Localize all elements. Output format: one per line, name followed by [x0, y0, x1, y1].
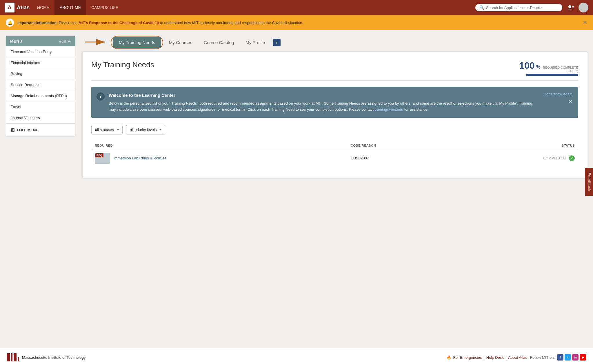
info-box: i Welcome to the Learning Center Below i… — [91, 87, 578, 118]
svg-rect-5 — [572, 9, 574, 9]
banner-bell-icon: 🔔 — [6, 19, 14, 27]
about-atlas-link[interactable]: About Atlas — [508, 355, 527, 360]
search-bar[interactable]: 🔍 — [475, 4, 562, 11]
svg-rect-2 — [568, 10, 572, 10]
mit-logo — [7, 353, 19, 361]
col-code: CODE/REASON — [347, 141, 452, 150]
nav-about-me[interactable]: ABOUT ME — [54, 0, 86, 15]
training-table: REQUIRED CODE/REASON STATUS REQ — [91, 141, 578, 167]
search-input[interactable] — [486, 6, 558, 10]
help-desk-link[interactable]: Help Desk — [486, 355, 504, 360]
course-cell: REQ Immersion Lab Rules & Policies — [91, 150, 347, 167]
edit-link[interactable]: edit ✏ — [59, 39, 71, 43]
facebook-icon[interactable]: f — [557, 354, 563, 361]
announcement-banner: 🔔 Important information: Please see MIT'… — [0, 15, 593, 30]
nav-links: HOME ABOUT ME CAMPUS LIFE — [32, 0, 123, 15]
info-body-end: for assistance. — [403, 107, 428, 112]
progress-sub-label: (2 OF 2) — [543, 69, 578, 73]
logo-area[interactable]: A Atlas — [5, 3, 30, 12]
twitter-icon[interactable]: t — [565, 354, 571, 361]
footer: Massachusetts Institute of Technology 🔥 … — [0, 348, 593, 364]
tab-course-catalog[interactable]: Course Catalog — [198, 37, 240, 48]
main-panel: My Training Needs 100% REQUIRED COMPLETE… — [82, 51, 587, 179]
status-filter[interactable]: all statuses — [91, 125, 123, 134]
course-title: Immersion Lab Rules & Policies — [113, 156, 167, 160]
sidebar-item-manage-reimbursements[interactable]: Manage Reimbursements (RFPs) — [6, 90, 75, 101]
sidebar-item-travel[interactable]: Travel — [6, 101, 75, 112]
sidebar-item-time-vacation[interactable]: Time and Vacation Entry — [6, 46, 75, 57]
banner-text: Important information: Please see MIT's … — [17, 21, 579, 25]
progress-percentage: 100 — [519, 60, 534, 71]
nav-home[interactable]: HOME — [32, 0, 54, 15]
person-list-icon — [567, 4, 574, 11]
progress-bar-wrapper — [526, 74, 578, 76]
col-status: STATUS — [452, 141, 578, 150]
footer-right: 🔥 For Emergencies | Help Desk | About At… — [447, 354, 586, 361]
grid-icon: ⊞ — [11, 127, 14, 133]
page-header: My Training Needs 100% REQUIRED COMPLETE… — [91, 60, 578, 81]
arrow-indicator — [85, 36, 108, 49]
feedback-tab[interactable]: Feedback — [585, 168, 593, 196]
footer-left: Massachusetts Institute of Technology — [7, 353, 86, 361]
info-close-button[interactable]: ✕ — [568, 99, 572, 105]
sidebar-item-journal-vouchers[interactable]: Journal Vouchers — [6, 112, 75, 124]
fire-icon: 🔥 — [447, 355, 451, 360]
instagram-icon[interactable]: in — [572, 354, 579, 361]
menu-label: MENU — [10, 39, 22, 43]
banner-close-button[interactable]: ✕ — [583, 19, 587, 26]
search-icon: 🔍 — [479, 5, 484, 10]
priority-filter[interactable]: all priority levels — [126, 125, 165, 134]
training-email-link[interactable]: training@mit.edu — [375, 107, 403, 112]
footer-org-name: Massachusetts Institute of Technology — [22, 355, 86, 360]
sidebar-full-menu[interactable]: ⊞ FULL MENU — [6, 124, 75, 136]
banner-bold: Important information: — [17, 21, 58, 25]
page-title: My Training Needs — [91, 60, 154, 69]
info-body: Below is the personalized list of your '… — [109, 101, 532, 112]
tabs-row: My Training Needs My Courses Course Cata… — [82, 36, 587, 49]
dont-show-again-link[interactable]: Don't show again — [544, 92, 572, 96]
progress-bar-fill — [526, 74, 578, 76]
sidebar-header: MENU edit ✏ — [6, 36, 75, 46]
info-content: Welcome to the Learning Center Below is … — [109, 92, 540, 113]
footer-social-icons: f t in ▶ — [557, 354, 586, 361]
sidebar: MENU edit ✏ Time and Vacation Entry Fina… — [6, 36, 75, 136]
app-name: Atlas — [17, 5, 30, 11]
sidebar-item-service-requests[interactable]: Service Requests — [6, 79, 75, 90]
banner-link[interactable]: MIT's Response to the Challenge of Covid… — [79, 21, 159, 25]
svg-rect-1 — [568, 9, 572, 9]
nav-campus-life[interactable]: CAMPUS LIFE — [86, 0, 123, 15]
svg-rect-0 — [568, 5, 571, 8]
follow-mit-label: Follow MIT on: — [530, 355, 555, 360]
progress-required-label: REQUIRED COMPLETE — [543, 66, 578, 69]
svg-rect-3 — [572, 6, 574, 7]
sidebar-item-financial-inboxes[interactable]: Financial Inboxes — [6, 57, 75, 68]
svg-rect-4 — [572, 8, 574, 8]
sidebar-item-buying[interactable]: Buying — [6, 68, 75, 79]
logo-box: A — [5, 3, 14, 12]
youtube-icon[interactable]: ▶ — [580, 354, 586, 361]
info-title: Welcome to the Learning Center — [109, 92, 540, 99]
progress-area: 100% REQUIRED COMPLETE (2 OF 2) — [519, 60, 578, 76]
col-required: REQUIRED — [91, 141, 347, 150]
tab-my-courses[interactable]: My Courses — [163, 37, 198, 48]
tab-my-training-needs[interactable]: My Training Needs — [113, 37, 161, 48]
req-badge: REQ — [95, 153, 103, 157]
top-nav: A Atlas HOME ABOUT ME CAMPUS LIFE 🔍 — [0, 0, 593, 15]
info-circle-icon: i — [97, 92, 105, 101]
course-status: COMPLETED ✓ — [452, 150, 578, 167]
tab-my-profile[interactable]: My Profile — [240, 37, 271, 48]
content-area: My Training Needs My Courses Course Cata… — [82, 36, 587, 342]
info-actions: Don't show again ✕ — [544, 92, 572, 113]
tab-oval-wrapper: My Training Needs — [111, 36, 163, 49]
check-circle-icon: ✓ — [569, 155, 575, 161]
for-emergencies-link[interactable]: For Emergencies — [453, 355, 482, 360]
filters-row: all statuses all priority levels — [91, 125, 578, 134]
info-icon-button[interactable]: i — [273, 39, 281, 46]
notifications-button[interactable] — [566, 2, 576, 13]
course-code: EHS02007 — [347, 150, 452, 167]
avatar[interactable] — [579, 3, 588, 12]
table-row[interactable]: REQ Immersion Lab Rules & Policies EHS02… — [91, 150, 578, 167]
completed-label: COMPLETED — [543, 156, 566, 160]
full-menu-label: FULL MENU — [17, 128, 39, 132]
